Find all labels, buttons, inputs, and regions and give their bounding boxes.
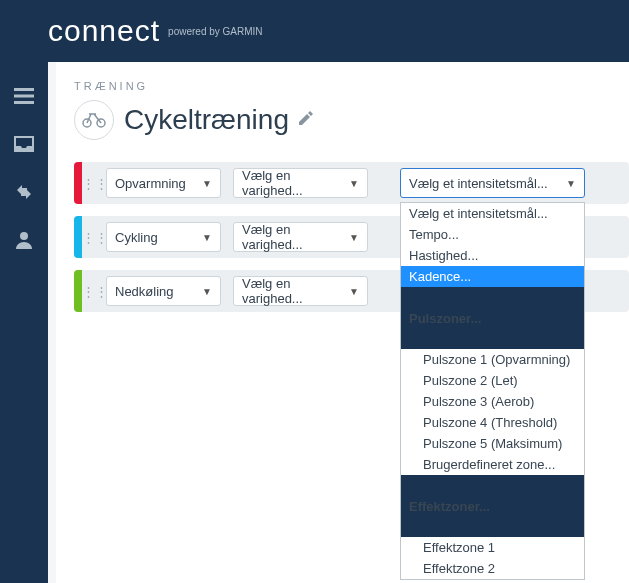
page-title: Cykeltræning [124,104,289,136]
logo: connect [48,14,160,48]
chevron-down-icon: ▼ [349,232,359,243]
intensity-dropdown[interactable]: Vælg et intensitetsmål...Tempo...Hastigh… [400,202,585,580]
app-header: connect powered by GARMIN [0,0,629,62]
step-color-bar [74,270,82,312]
dropdown-option[interactable]: Pulszone 4 (Threshold) [401,412,584,433]
dropdown-option[interactable]: Brugerdefineret zone... [401,454,584,475]
drag-handle-icon[interactable]: ⋮⋮ [82,230,100,245]
dropdown-option[interactable]: Pulszone 5 (Maksimum) [401,433,584,454]
user-icon[interactable] [0,216,48,264]
svg-point-3 [20,232,28,240]
drag-handle-icon[interactable]: ⋮⋮ [82,284,100,299]
chevron-down-icon: ▼ [349,178,359,189]
dropdown-option[interactable]: Kadence... [401,266,584,287]
dropdown-option: Pulszoner... [401,287,584,349]
step-color-bar [74,216,82,258]
breadcrumb: TRÆNING [74,80,629,92]
dropdown-option[interactable]: Effektzone 3 [401,579,584,580]
step-type-select[interactable]: Nedkøling▼ [106,276,221,306]
svg-rect-0 [14,88,34,91]
steps-list: ⋮⋮Opvarmning▼Vælg en varighed...▼Vælg et… [74,162,629,312]
dropdown-option: Effektzoner... [401,475,584,537]
intensity-select[interactable]: Vælg et intensitetsmål...▼ [400,168,585,198]
main-content: TRÆNING Cykeltræning ⋮⋮Opvarmning▼Vælg e… [56,62,629,583]
step-type-select[interactable]: Cykling▼ [106,222,221,252]
step-type-label: Cykling [115,230,158,245]
step-type-select[interactable]: Opvarmning▼ [106,168,221,198]
dropdown-option[interactable]: Pulszone 1 (Opvarmning) [401,349,584,370]
step-type-label: Opvarmning [115,176,186,191]
title-row: Cykeltræning [74,100,629,140]
sidebar [0,62,48,583]
duration-select[interactable]: Vælg en varighed...▼ [233,276,368,306]
bike-icon [74,100,114,140]
arrows-icon[interactable] [0,168,48,216]
dropdown-option[interactable]: Pulszone 2 (Let) [401,370,584,391]
svg-rect-1 [14,95,34,98]
dropdown-option[interactable]: Pulszone 3 (Aerob) [401,391,584,412]
intensity-cell: Vælg et intensitetsmål...▼Vælg et intens… [394,168,591,198]
duration-select[interactable]: Vælg en varighed...▼ [233,222,368,252]
menu-icon[interactable] [0,72,48,120]
workout-step: ⋮⋮Opvarmning▼Vælg en varighed...▼Vælg et… [74,162,629,204]
svg-rect-2 [14,101,34,104]
duration-label: Vælg en varighed... [242,168,349,198]
logo-subtitle: powered by GARMIN [168,26,262,37]
duration-select[interactable]: Vælg en varighed...▼ [233,168,368,198]
chevron-down-icon: ▼ [202,232,212,243]
step-color-bar [74,162,82,204]
chevron-down-icon: ▼ [202,286,212,297]
dropdown-option[interactable]: Vælg et intensitetsmål... [401,203,584,224]
dropdown-option[interactable]: Tempo... [401,224,584,245]
dropdown-option[interactable]: Hastighed... [401,245,584,266]
duration-label: Vælg en varighed... [242,276,349,306]
dropdown-option[interactable]: Effektzone 1 [401,537,584,558]
duration-label: Vælg en varighed... [242,222,349,252]
chevron-down-icon: ▼ [202,178,212,189]
inbox-icon[interactable] [0,120,48,168]
chevron-down-icon: ▼ [349,286,359,297]
dropdown-option[interactable]: Effektzone 2 [401,558,584,579]
drag-handle-icon[interactable]: ⋮⋮ [82,176,100,191]
step-type-label: Nedkøling [115,284,174,299]
edit-icon[interactable] [299,111,313,129]
intensity-label: Vælg et intensitetsmål... [409,176,548,191]
chevron-down-icon: ▼ [566,178,576,189]
